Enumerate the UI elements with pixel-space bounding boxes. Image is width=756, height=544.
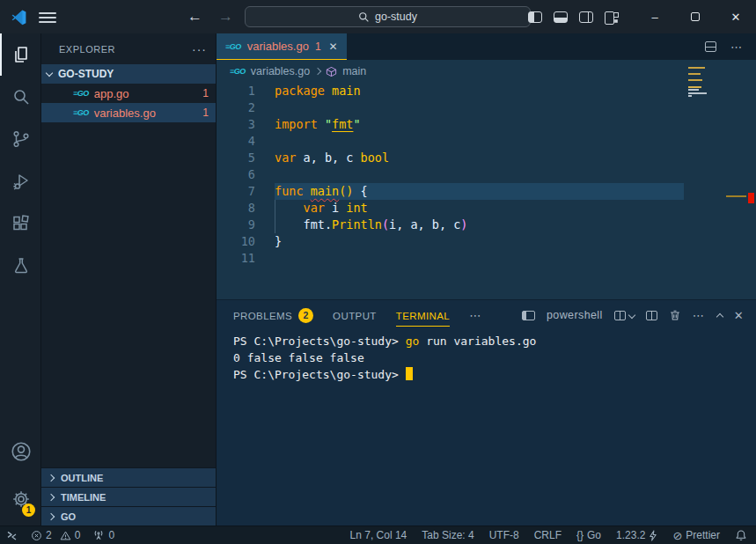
line-number: 3 [217, 116, 275, 133]
shell-name[interactable]: powershell [547, 309, 603, 321]
code-line-11[interactable]: 11 [217, 250, 756, 267]
code-line-7[interactable]: 7func main() { [217, 183, 756, 200]
code-line-8[interactable]: 8 var i int [217, 200, 756, 217]
code-line-content: package main [275, 83, 756, 99]
kill-terminal-trash-icon[interactable] [669, 309, 681, 321]
language-mode[interactable]: {} Go [576, 529, 601, 541]
code-line-content [275, 133, 756, 150]
panel-tab-terminal[interactable]: TERMINAL [396, 300, 450, 330]
line-number: 7 [217, 183, 275, 200]
cursor-position[interactable]: Ln 7, Col 14 [350, 529, 407, 541]
explorer-more-actions-icon[interactable]: ··· [192, 42, 207, 56]
ports-status[interactable]: 0 [92, 529, 114, 541]
panel-more-actions-icon[interactable]: ⋯ [693, 309, 706, 322]
notifications-bell-icon[interactable] [735, 529, 747, 541]
line-number: 11 [217, 250, 275, 267]
explorer-activity-icon[interactable] [0, 33, 40, 76]
encoding[interactable]: UTF-8 [489, 529, 519, 541]
terminal-cursor [406, 367, 413, 380]
file-row-app-go[interactable]: ≡GO app.go 1 [41, 84, 216, 103]
chevron-right-icon [48, 512, 55, 519]
error-icon [31, 530, 42, 541]
formatter-prettier[interactable]: ⊘ Prettier [672, 529, 720, 542]
tab-variables-go[interactable]: ≡GO variables.go 1 ✕ [217, 33, 347, 60]
settings-gear-icon[interactable]: 1 [0, 478, 40, 520]
toggle-primary-sidebar-icon[interactable] [528, 11, 542, 23]
code-editor[interactable]: ≡GO variables.go main 1package main23imp… [217, 60, 756, 299]
section-go[interactable]: GO [41, 506, 216, 526]
line-number: 8 [217, 200, 275, 217]
menu-hamburger-icon[interactable] [39, 10, 56, 26]
navigate-back-icon[interactable]: ← [187, 8, 202, 26]
terminal-output[interactable]: PS C:\Projects\go-study> go run variable… [217, 330, 756, 383]
code-line-content [275, 99, 756, 116]
panel-more-tabs-icon[interactable]: ⋯ [469, 309, 482, 322]
title-bar: ← → go-study – ✕ [0, 0, 756, 33]
maximize-panel-icon[interactable] [716, 312, 723, 320]
search-activity-icon[interactable] [0, 76, 40, 118]
terminal-line: 0 false false false [233, 349, 756, 366]
breadcrumb-file[interactable]: variables.go [251, 65, 310, 77]
command-center-search[interactable]: go-study [245, 6, 531, 27]
terminal-line: PS C:\Projects\go-study> [233, 366, 756, 383]
overview-ruler-mark [726, 195, 746, 197]
new-terminal-button[interactable] [614, 311, 635, 320]
eol-sequence[interactable]: CRLF [534, 529, 561, 541]
bottom-panel: PROBLEMS 2 OUTPUT TERMINAL ⋯ powershell [217, 299, 756, 526]
testing-activity-icon[interactable] [0, 245, 40, 287]
radio-tower-icon [92, 529, 105, 541]
chevron-right-icon [314, 68, 321, 75]
explorer-sidebar: EXPLORER ··· GO-STUDY ≡GO app.go 1 ≡GO v… [41, 33, 217, 526]
code-line-5[interactable]: 5var a, b, c bool [217, 150, 756, 166]
folder-root-go-study[interactable]: GO-STUDY [41, 64, 216, 84]
minimap[interactable] [688, 67, 715, 97]
minimize-button[interactable]: – [635, 0, 675, 33]
panel-tab-output[interactable]: OUTPUT [333, 300, 377, 330]
code-line-1[interactable]: 1package main [217, 83, 756, 99]
breadcrumb-symbol[interactable]: main [342, 65, 366, 77]
status-bar: 2 0 0 Ln 7, Col 14 Tab Size: 4 UTF-8 CRL… [0, 526, 756, 544]
code-line-2[interactable]: 2 [217, 99, 756, 116]
editor-more-actions-icon[interactable]: ⋯ [730, 40, 744, 54]
section-outline[interactable]: OUTLINE [41, 467, 216, 487]
split-terminal-icon[interactable] [646, 311, 657, 320]
settings-badge: 1 [22, 504, 35, 517]
problems-status[interactable]: 2 0 [31, 529, 80, 541]
code-line-9[interactable]: 9 fmt.Println(i, a, b, c) [217, 217, 756, 233]
code-line-10[interactable]: 10} [217, 233, 756, 250]
code-line-content: import "fmt" [275, 116, 756, 133]
problem-count-badge: 1 [202, 107, 209, 119]
activity-bar: 1 [0, 33, 41, 526]
code-line-3[interactable]: 3import "fmt" [217, 116, 756, 133]
line-number: 5 [217, 150, 275, 166]
explorer-title: EXPLORER [59, 44, 115, 55]
account-icon[interactable] [0, 430, 40, 473]
line-number: 6 [217, 166, 275, 183]
run-debug-activity-icon[interactable] [0, 160, 40, 202]
remote-indicator-icon[interactable] [5, 529, 18, 542]
file-row-variables-go[interactable]: ≡GO variables.go 1 [41, 103, 216, 122]
close-window-button[interactable]: ✕ [716, 0, 756, 33]
code-line-4[interactable]: 4 [217, 133, 756, 150]
line-number: 10 [217, 233, 275, 250]
warning-icon [60, 530, 71, 541]
go-version[interactable]: 1.23.2 [616, 529, 657, 541]
extensions-activity-icon[interactable] [0, 202, 40, 245]
code-line-6[interactable]: 6 [217, 166, 756, 183]
tab-size[interactable]: Tab Size: 4 [422, 529, 473, 541]
toggle-panel-icon[interactable] [554, 11, 568, 23]
terminal-line: PS C:\Projects\go-study> go run variable… [233, 333, 756, 349]
section-timeline[interactable]: TIMELINE [41, 487, 216, 506]
split-editor-icon[interactable] [705, 41, 716, 52]
overview-error-mark [748, 193, 754, 203]
tab-close-icon[interactable]: ✕ [329, 40, 338, 53]
toggle-secondary-sidebar-icon[interactable] [579, 11, 593, 23]
customize-layout-icon[interactable] [605, 11, 619, 23]
panel-tab-problems[interactable]: PROBLEMS 2 [233, 300, 313, 330]
close-panel-icon[interactable]: ✕ [734, 309, 744, 322]
navigate-forward-icon[interactable]: → [218, 8, 233, 26]
maximize-button[interactable] [675, 0, 716, 33]
search-value: go-study [375, 11, 417, 23]
source-control-activity-icon[interactable] [0, 118, 40, 160]
search-icon [358, 11, 370, 23]
